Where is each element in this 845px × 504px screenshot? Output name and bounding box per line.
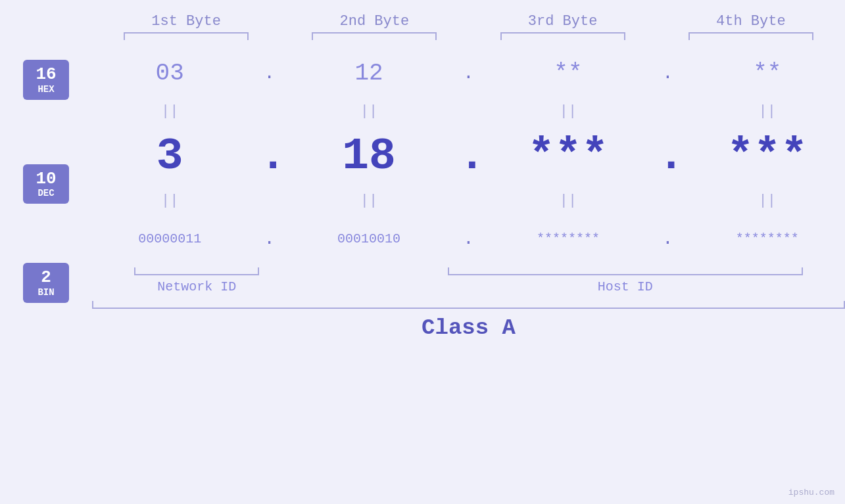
main-content: 16 HEX 10 DEC 2 BIN 03 . 12 [0,47,845,340]
hex-badge-label: HEX [26,84,66,95]
eq2-b1: || [104,193,235,209]
eq2-b2: || [303,193,435,209]
byte3-header: 3rd Byte [497,13,629,30]
class-bottom-bracket [92,301,845,309]
bin-row: 00000011 . 00010010 . ******** . *******… [92,212,845,265]
bin-badge: 2 BIN [23,263,69,303]
main-container: 1st Byte 2nd Byte 3rd Byte 4th Byte 16 H… [0,0,845,504]
hex-b2: 12 [303,60,435,87]
bin-b4: ******** [702,231,833,246]
hex-badge-num: 16 [26,65,66,84]
dec-dot2: . [458,131,478,181]
hex-dot1: . [260,63,279,83]
hex-dot3: . [658,63,677,83]
hex-badge: 16 HEX [23,60,69,100]
dec-badge-num: 10 [26,170,66,189]
dec-b3: *** [502,131,634,181]
bin-b3: ******** [502,231,634,246]
byte-headers-row: 1st Byte 2nd Byte 3rd Byte 4th Byte [0,0,845,30]
network-id-label: Network ID [157,279,236,294]
byte2-header: 2nd Byte [308,13,440,30]
data-rows-section: 03 . 12 . ** . ** || || [92,47,845,340]
bin-dot3: . [658,229,677,249]
dec-row: 3 . 18 . *** . *** [92,123,845,189]
host-bottom-bracket [448,267,803,275]
eq1-b1: || [104,103,235,120]
bin-b1: 00000011 [104,231,235,246]
network-bracket-group: Network ID [134,267,259,294]
host-id-label: Host ID [598,279,653,294]
bracket-byte4 [688,32,813,40]
bracket-byte1 [124,32,249,40]
hex-b1: 03 [104,60,235,87]
dec-dot3: . [658,131,677,181]
dec-b1: 3 [104,131,235,181]
bin-badge-label: BIN [26,287,66,298]
dec-badge: 10 DEC [23,164,69,204]
hex-row: 03 . 12 . ** . ** [92,47,845,99]
hex-b3: ** [502,60,634,87]
byte4-header: 4th Byte [685,13,817,30]
dec-dot1: . [260,131,279,181]
eq1-b4: || [702,103,833,120]
byte1-header: 1st Byte [120,13,252,30]
bracket-byte2 [312,32,437,40]
eq1-b3: || [502,103,634,120]
bin-badge-num: 2 [26,268,66,287]
eq2-b4: || [702,193,833,209]
dec-b2: 18 [303,131,435,181]
hex-dot2: . [458,63,478,83]
eq2-b3: || [502,193,634,209]
watermark: ipshu.com [788,488,834,497]
top-brackets [0,32,845,40]
bin-dot1: . [260,229,279,249]
bottom-brackets-row: Network ID Host ID [92,267,845,294]
dec-b4: *** [702,131,833,181]
host-bracket-group: Host ID [448,267,803,294]
bin-dot2: . [458,229,478,249]
class-label: Class A [92,315,845,340]
equals-row-1: || || || || [92,99,845,123]
badges-column: 16 HEX 10 DEC 2 BIN [0,47,92,303]
eq1-b2: || [303,103,435,120]
equals-row-2: || || || || [92,189,845,212]
hex-b4: ** [702,60,833,87]
dec-badge-label: DEC [26,188,66,198]
bin-b2: 00010010 [303,231,435,246]
bracket-byte3 [500,32,625,40]
network-bottom-bracket [134,267,259,275]
